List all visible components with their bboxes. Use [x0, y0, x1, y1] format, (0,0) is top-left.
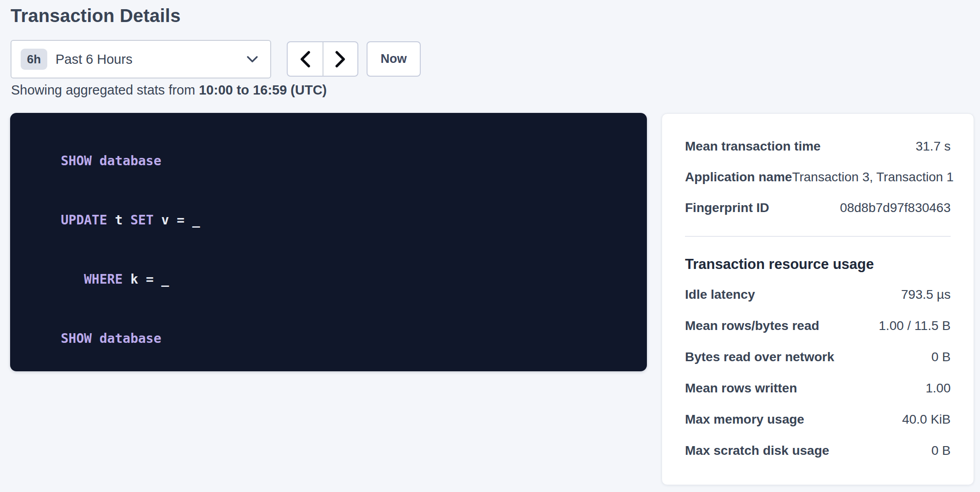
summary-row-label: Application name	[685, 170, 792, 184]
now-button[interactable]: Now	[367, 41, 421, 77]
summary-row-fingerprint-id: Fingerprint ID 08d8b7d97f830463	[685, 192, 951, 223]
summary-row-idle-latency: Idle latency 793.5 µs	[685, 279, 951, 310]
summary-row-label: Max scratch disk usage	[685, 443, 829, 458]
sql-token: WHERE	[84, 272, 122, 287]
summary-row-label: Mean rows written	[685, 381, 797, 396]
summary-row-value: 1.00 / 11.5 B	[879, 319, 951, 333]
sql-token: UPDATE	[61, 212, 107, 228]
summary-row-value: 793.5 µs	[901, 287, 951, 302]
summary-row-value: 08d8b7d97f830463	[840, 201, 951, 215]
sql-token: SHOW database	[61, 331, 161, 346]
sql-token: v = _	[154, 212, 200, 228]
summary-row-application-name: Application name Transaction 3, Transact…	[685, 162, 951, 192]
summary-row-mean-transaction-time: Mean transaction time 31.7 s	[685, 131, 951, 162]
time-range-summary-range: 10:00 to 16:59 (UTC)	[199, 83, 327, 97]
summary-row-value: 0 B	[931, 350, 951, 364]
time-range-badge: 6h	[21, 49, 47, 70]
summary-row-value: 1.00	[926, 381, 951, 396]
sql-token	[61, 272, 84, 287]
time-range-summary: Showing aggregated stats from 10:00 to 1…	[11, 83, 327, 98]
sql-token: k = _	[122, 272, 169, 287]
summary-row-bytes-read-over-network: Bytes read over network 0 B	[685, 341, 951, 373]
summary-row-label: Bytes read over network	[685, 350, 834, 364]
sql-line: SHOW database	[30, 309, 629, 368]
sql-token: SET	[130, 212, 154, 228]
resource-usage-heading: Transaction resource usage	[685, 254, 951, 274]
transaction-summary-card: Mean transaction time 31.7 s Application…	[662, 113, 974, 485]
summary-row-max-memory-usage: Max memory usage 40.0 KiB	[685, 404, 951, 435]
next-time-button[interactable]	[323, 42, 357, 76]
page-title: Transaction Details	[11, 6, 181, 26]
card-divider	[685, 236, 951, 237]
sql-token: t	[107, 212, 131, 228]
resource-usage-rows: Idle latency 793.5 µs Mean rows/bytes re…	[685, 279, 951, 466]
summary-row-mean-rows-bytes-read: Mean rows/bytes read 1.00 / 11.5 B	[685, 310, 951, 341]
summary-row-value: 31.7 s	[916, 139, 951, 154]
time-nav-button-group	[287, 41, 358, 77]
summary-row-label: Fingerprint ID	[685, 201, 769, 215]
sql-statement-box: SHOW database UPDATE t SET v = _ WHERE k…	[10, 113, 647, 371]
sql-line: UPDATE t SET v = _	[30, 190, 629, 250]
time-range-selected-label: Past 6 Hours	[56, 52, 246, 67]
chevron-down-icon	[246, 56, 258, 63]
summary-row-label: Mean rows/bytes read	[685, 319, 819, 333]
sql-line: WHERE k = _	[30, 250, 629, 309]
summary-row-label: Idle latency	[685, 287, 755, 302]
sql-line: SHOW database	[30, 131, 629, 190]
summary-row-value: Transaction 3, Transaction 1	[792, 170, 953, 184]
time-range-dropdown[interactable]: 6h Past 6 Hours	[11, 40, 271, 78]
summary-row-label: Mean transaction time	[685, 139, 821, 154]
chevron-right-icon	[335, 50, 346, 68]
sql-token: SHOW database	[61, 153, 161, 168]
summary-row-label: Max memory usage	[685, 412, 804, 427]
summary-row-value: 40.0 KiB	[902, 412, 951, 427]
prev-time-button[interactable]	[288, 42, 323, 76]
summary-row-value: 0 B	[931, 443, 951, 458]
summary-row-max-scratch-disk-usage: Max scratch disk usage 0 B	[685, 435, 951, 466]
time-range-summary-prefix: Showing aggregated stats from	[11, 83, 199, 97]
summary-row-mean-rows-written: Mean rows written 1.00	[685, 373, 951, 404]
chevron-left-icon	[300, 50, 311, 68]
